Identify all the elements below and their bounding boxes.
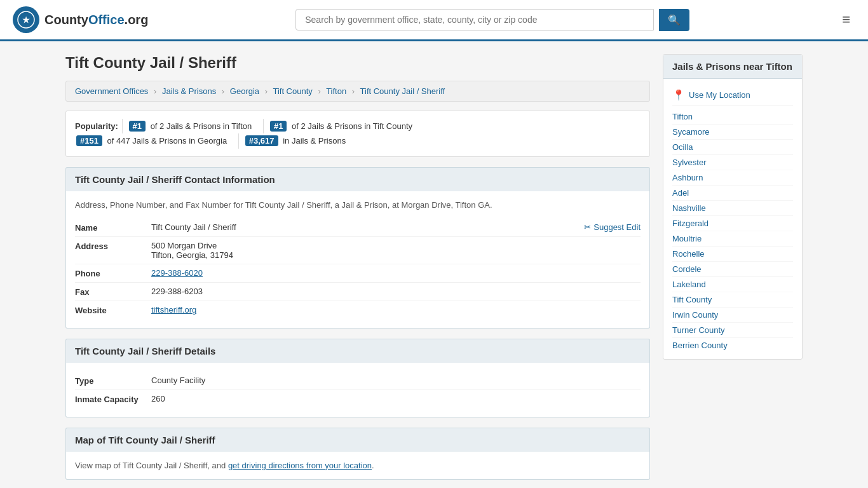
contact-section: Tift County Jail / Sheriff Contact Infor… — [65, 167, 650, 329]
popularity-text-2: of 2 Jails & Prisons in Tift County — [292, 121, 412, 131]
fax-value: 229-388-6203 — [151, 287, 641, 296]
location-pin-icon: 📍 — [672, 89, 685, 101]
popularity-badge-3: #151 — [76, 135, 102, 146]
directions-link[interactable]: get driving directions from your locatio… — [228, 461, 372, 470]
breadcrumb-sep-2: › — [222, 86, 224, 96]
map-description: View map of Tift County Jail / Sheriff, … — [75, 461, 641, 470]
popularity-item-2: #1 of 2 Jails & Prisons in Tift County — [263, 119, 419, 133]
details-section: Tift County Jail / Sheriff Details Type … — [65, 339, 650, 417]
breadcrumb-tift-county[interactable]: Tift County — [273, 86, 312, 96]
svg-text:★: ★ — [22, 15, 30, 25]
website-label: Website — [75, 305, 151, 315]
name-value: Tift County Jail / Sheriff — [151, 222, 641, 232]
sidebar-link-berrien-county[interactable]: Berrien County — [672, 338, 793, 353]
search-input[interactable] — [295, 9, 654, 30]
use-my-location-link[interactable]: 📍 Use My Location — [672, 85, 793, 105]
map-desc-suffix: . — [372, 461, 374, 470]
popularity-badge-4: #3,617 — [245, 135, 278, 146]
address-line2: Tifton, Georgia, 31794 — [151, 250, 641, 260]
map-section-body: View map of Tift County Jail / Sheriff, … — [65, 452, 650, 480]
breadcrumb-sep-3: › — [265, 86, 268, 96]
sidebar-box: Jails & Prisons near Tifton 📍 Use My Loc… — [663, 54, 803, 360]
suggest-edit-link[interactable]: ✂ Suggest Edit — [584, 222, 641, 232]
suggest-edit-label: Suggest Edit — [593, 222, 641, 232]
popularity-text-4: in Jails & Prisons — [283, 136, 346, 146]
popularity-text-3: of 447 Jails & Prisons in Georgia — [107, 136, 227, 146]
search-button[interactable]: 🔍 — [659, 9, 689, 31]
sidebar-link-moultrie[interactable]: Moultrie — [672, 231, 793, 247]
sidebar-link-ocilla[interactable]: Ocilla — [672, 140, 793, 155]
sidebar-link-irwin-county[interactable]: Irwin County — [672, 308, 793, 323]
edit-icon: ✂ — [584, 222, 591, 232]
website-value: tiftsheriff.org — [151, 305, 641, 315]
breadcrumb-sep-4: › — [318, 86, 320, 96]
map-section: Map of Tift County Jail / Sheriff View m… — [65, 428, 650, 480]
name-label: Name — [75, 222, 151, 233]
sidebar-link-nashville[interactable]: Nashville — [672, 201, 793, 216]
map-section-header: Map of Tift County Jail / Sheriff — [65, 428, 650, 452]
sidebar-link-turner-county[interactable]: Turner County — [672, 323, 793, 338]
website-link[interactable]: tiftsheriff.org — [151, 305, 196, 315]
logo-area: ★ CountyOffice.org — [13, 6, 148, 33]
content-area: Tift County Jail / Sheriff Government Of… — [65, 54, 650, 488]
capacity-label: Inmate Capacity — [75, 394, 151, 404]
breadcrumb-sep-5: › — [352, 86, 355, 96]
breadcrumb-tifton[interactable]: Tifton — [326, 86, 346, 96]
contact-section-body: Address, Phone Number, and Fax Number fo… — [65, 191, 650, 329]
contact-section-header: Tift County Jail / Sheriff Contact Infor… — [65, 167, 650, 191]
menu-icon: ≡ — [842, 11, 850, 27]
breadcrumb-sep-1: › — [154, 86, 156, 96]
sidebar: Jails & Prisons near Tifton 📍 Use My Loc… — [663, 54, 803, 488]
fax-label: Fax — [75, 287, 151, 297]
sidebar-link-ashburn[interactable]: Ashburn — [672, 170, 793, 186]
logo-text: CountyOffice.org — [44, 13, 148, 27]
breadcrumb-current[interactable]: Tift County Jail / Sheriff — [360, 86, 445, 96]
sidebar-link-adel[interactable]: Adel — [672, 186, 793, 201]
details-section-header: Tift County Jail / Sheriff Details — [65, 339, 650, 363]
website-row: Website tiftsheriff.org — [75, 301, 641, 319]
contact-description: Address, Phone Number, and Fax Number fo… — [75, 200, 641, 210]
sidebar-link-cordele[interactable]: Cordele — [672, 262, 793, 277]
phone-label: Phone — [75, 268, 151, 278]
sidebar-link-fitzgerald[interactable]: Fitzgerald — [672, 216, 793, 231]
popularity-item-4: #3,617 in Jails & Prisons — [238, 133, 352, 148]
search-area: 🔍 — [295, 9, 689, 31]
breadcrumb-georgia[interactable]: Georgia — [230, 86, 259, 96]
popularity-badge-2: #1 — [270, 121, 287, 132]
popularity-item-1: #1 of 2 Jails & Prisons in Tifton — [122, 119, 259, 133]
sidebar-link-lakeland[interactable]: Lakeland — [672, 277, 793, 292]
phone-value: 229-388-6020 — [151, 268, 641, 278]
popularity-item-3: #151 of 447 Jails & Prisons in Georgia — [76, 133, 233, 148]
popularity-text-1: of 2 Jails & Prisons in Tifton — [151, 121, 252, 131]
popularity-bar: Popularity: #1 of 2 Jails & Prisons in T… — [65, 111, 650, 157]
search-icon: 🔍 — [668, 15, 681, 25]
breadcrumb-jails-prisons[interactable]: Jails & Prisons — [162, 86, 216, 96]
breadcrumb: Government Offices › Jails & Prisons › G… — [65, 81, 650, 102]
sidebar-link-rochelle[interactable]: Rochelle — [672, 247, 793, 262]
sidebar-body: 📍 Use My Location Tifton Sycamore Ocilla… — [663, 79, 802, 359]
logo-icon: ★ — [13, 6, 39, 33]
sidebar-title: Jails & Prisons near Tifton — [663, 55, 802, 79]
main-wrapper: Tift County Jail / Sheriff Government Of… — [53, 41, 815, 488]
sidebar-link-tift-county[interactable]: Tift County — [672, 292, 793, 308]
name-row: Name Tift County Jail / Sheriff ✂ Sugges… — [75, 219, 641, 237]
popularity-label: Popularity: — [75, 121, 118, 131]
phone-link[interactable]: 229-388-6020 — [151, 268, 203, 278]
map-desc-prefix: View map of Tift County Jail / Sheriff, … — [75, 461, 228, 470]
capacity-row: Inmate Capacity 260 — [75, 390, 641, 408]
sidebar-link-sycamore[interactable]: Sycamore — [672, 125, 793, 140]
use-my-location-label: Use My Location — [689, 90, 750, 100]
sidebar-link-sylvester[interactable]: Sylvester — [672, 155, 793, 170]
breadcrumb-gov-offices[interactable]: Government Offices — [75, 86, 148, 96]
address-value: 500 Morgan Drive Tifton, Georgia, 31794 — [151, 241, 641, 260]
popularity-badge-1: #1 — [129, 121, 146, 132]
type-row: Type County Facility — [75, 372, 641, 390]
capacity-value: 260 — [151, 394, 641, 403]
address-row: Address 500 Morgan Drive Tifton, Georgia… — [75, 237, 641, 264]
page-title: Tift County Jail / Sheriff — [65, 54, 650, 72]
type-label: Type — [75, 376, 151, 386]
sidebar-link-tifton[interactable]: Tifton — [672, 109, 793, 125]
address-line1: 500 Morgan Drive — [151, 241, 641, 250]
menu-button[interactable]: ≡ — [837, 9, 855, 30]
type-value: County Facility — [151, 376, 641, 385]
